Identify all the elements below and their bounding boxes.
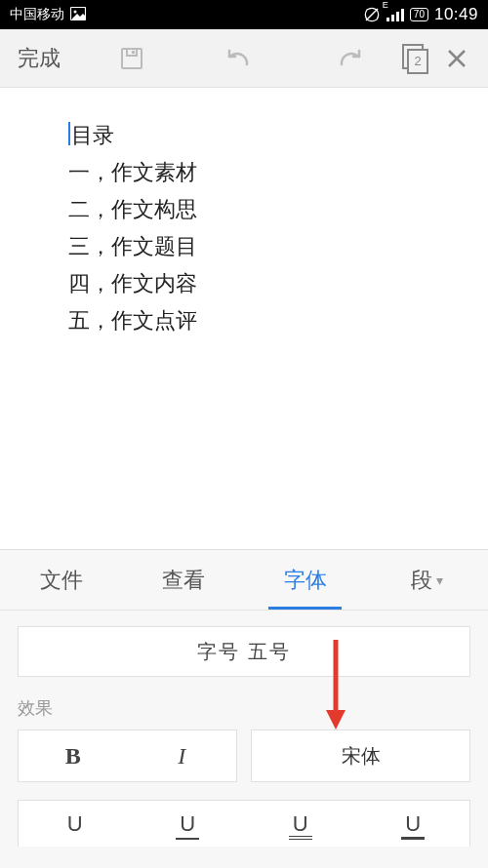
- svg-point-1: [74, 10, 77, 13]
- done-button[interactable]: 完成: [0, 44, 78, 73]
- tab-file[interactable]: 文件: [0, 550, 122, 610]
- tab-view[interactable]: 查看: [122, 550, 244, 610]
- chevron-down-icon: ▾: [436, 572, 443, 588]
- doc-line: 一，作文素材: [68, 154, 459, 191]
- svg-rect-3: [386, 18, 389, 21]
- underline-none-button[interactable]: U: [19, 801, 132, 847]
- effects-section-label: 效果: [18, 696, 470, 720]
- status-bar: 中国移动 E 70 10:49: [0, 0, 488, 29]
- style-button-group: B I: [18, 730, 237, 782]
- mute-icon: [363, 6, 381, 23]
- svg-line-2: [366, 9, 378, 20]
- pages-icon[interactable]: 2: [402, 44, 427, 73]
- network-type-label: E: [383, 0, 388, 10]
- doc-line: 三，作文题目: [68, 228, 459, 265]
- bold-button[interactable]: B: [19, 730, 128, 781]
- tab-font[interactable]: 字体: [244, 550, 366, 610]
- document-canvas[interactable]: 目录 一，作文素材 二，作文构思 三，作文题目 四，作文内容 五，作文点评: [0, 88, 488, 536]
- page-count-label: 2: [407, 49, 428, 74]
- save-icon[interactable]: [112, 39, 151, 78]
- underline-double-button[interactable]: U: [244, 801, 357, 847]
- doc-line: 五，作文点评: [68, 302, 459, 339]
- format-panel: 文件 查看 字体 段 ▾ 字号 五号 效果 B I 宋体 U U U U: [0, 549, 488, 868]
- svg-rect-6: [401, 9, 404, 21]
- redo-icon[interactable]: [329, 39, 368, 78]
- undo-icon[interactable]: [221, 39, 260, 78]
- picture-icon: [70, 7, 86, 23]
- signal-icon: E: [386, 8, 404, 21]
- underline-button-group: U U U U: [18, 800, 470, 847]
- svg-rect-9: [132, 51, 135, 54]
- underline-thick-button[interactable]: U: [357, 801, 470, 847]
- clock-label: 10:49: [434, 5, 478, 24]
- carrier-label: 中国移动: [10, 6, 64, 23]
- tab-paragraph-label: 段: [411, 566, 432, 595]
- font-family-button[interactable]: 宋体: [251, 730, 470, 782]
- underline-single-button[interactable]: U: [132, 801, 245, 847]
- svg-rect-4: [391, 15, 394, 21]
- font-size-button[interactable]: 字号 五号: [18, 626, 470, 677]
- app-toolbar: 完成 2: [0, 29, 488, 88]
- doc-line: 二，作文构思: [68, 191, 459, 228]
- doc-line: 目录: [68, 117, 459, 154]
- panel-tabs: 文件 查看 字体 段 ▾: [0, 550, 488, 611]
- text-cursor: [68, 122, 70, 145]
- battery-indicator: 70: [410, 8, 428, 21]
- doc-line: 四，作文内容: [68, 265, 459, 302]
- close-icon[interactable]: [437, 39, 476, 78]
- italic-button[interactable]: I: [128, 730, 237, 781]
- svg-rect-5: [396, 12, 399, 21]
- tab-paragraph[interactable]: 段 ▾: [366, 550, 488, 610]
